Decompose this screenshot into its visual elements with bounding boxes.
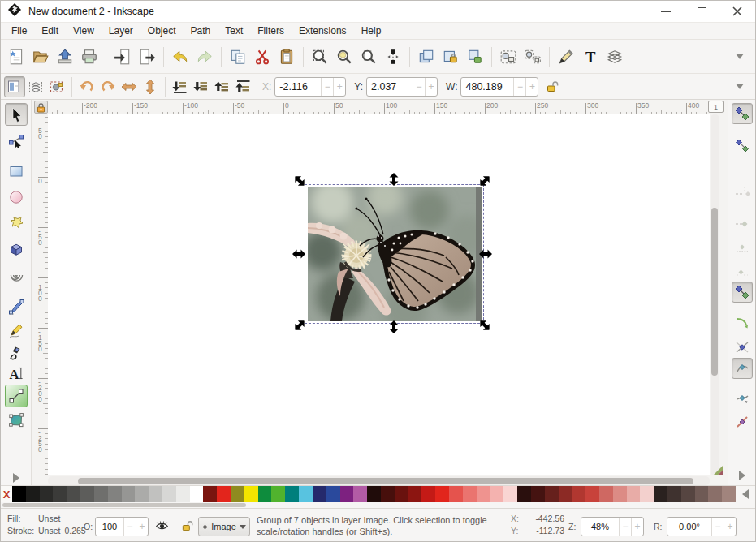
palette-swatch[interactable] bbox=[299, 486, 313, 502]
palette-swatch[interactable] bbox=[26, 486, 40, 502]
palette-swatch[interactable] bbox=[435, 486, 449, 502]
w-increment[interactable]: + bbox=[525, 78, 538, 96]
toolbox-more-icon[interactable] bbox=[5, 467, 28, 489]
snap-smooth-nodes-icon[interactable] bbox=[732, 387, 753, 408]
palette-swatch[interactable] bbox=[517, 486, 531, 502]
palette-swatch[interactable] bbox=[627, 486, 641, 502]
palette-swatch[interactable] bbox=[545, 486, 559, 502]
zoom-actual-size-icon[interactable] bbox=[381, 45, 405, 69]
palette-swatch[interactable] bbox=[258, 486, 272, 502]
layer-selector[interactable]: Image bbox=[198, 517, 250, 536]
close-button[interactable] bbox=[719, 1, 755, 23]
palette-swatch[interactable] bbox=[695, 486, 709, 502]
palette-swatch[interactable] bbox=[421, 486, 435, 502]
y-increment[interactable]: + bbox=[425, 78, 437, 96]
import-icon[interactable] bbox=[110, 45, 135, 69]
palette-swatch[interactable] bbox=[477, 486, 490, 502]
commandbar-overflow-icon[interactable] bbox=[736, 54, 744, 59]
palette-swatch[interactable] bbox=[176, 486, 190, 502]
w-decrement[interactable]: − bbox=[513, 78, 525, 96]
document-new-icon[interactable] bbox=[4, 45, 28, 69]
rectangle-tool[interactable] bbox=[5, 160, 28, 183]
palette-swatch[interactable] bbox=[67, 486, 80, 502]
layers-dialog-icon[interactable] bbox=[603, 45, 627, 69]
zoom-page-icon[interactable] bbox=[356, 45, 381, 69]
snap-bbox-corners-icon[interactable] bbox=[732, 212, 753, 233]
palette-scrollbar-thumb[interactable] bbox=[2, 503, 246, 507]
handle-bottom-center[interactable] bbox=[388, 320, 400, 333]
palette-swatch[interactable] bbox=[367, 486, 381, 502]
snap-bbox-edges-icon[interactable] bbox=[732, 181, 753, 202]
menu-file[interactable]: File bbox=[4, 24, 34, 38]
palette-swatch[interactable] bbox=[503, 486, 517, 502]
snap-line-midpoints-icon[interactable] bbox=[732, 411, 753, 432]
palette-swatch[interactable] bbox=[572, 486, 585, 502]
document-save-icon[interactable] bbox=[53, 45, 77, 69]
paste-icon[interactable] bbox=[274, 45, 299, 69]
snap-cusp-nodes-icon[interactable] bbox=[732, 358, 753, 379]
palette-swatch[interactable] bbox=[231, 486, 244, 502]
palette-swatch[interactable] bbox=[203, 486, 217, 502]
palette-swatch[interactable] bbox=[667, 486, 681, 502]
palette-swatch[interactable] bbox=[313, 486, 326, 502]
flip-horizontal-icon[interactable] bbox=[119, 76, 140, 97]
vertical-scrollbar-thumb[interactable] bbox=[711, 208, 718, 376]
undo-icon[interactable] bbox=[168, 45, 192, 69]
spiral-tool[interactable] bbox=[5, 264, 28, 286]
snap-nodes-icon[interactable] bbox=[732, 282, 753, 303]
raise-one-icon[interactable] bbox=[212, 76, 233, 97]
snapbar-more-icon[interactable] bbox=[732, 465, 753, 486]
zoom-decrement[interactable]: − bbox=[619, 518, 631, 536]
w-field[interactable]: 480.189−+ bbox=[460, 77, 538, 97]
maximize-button[interactable] bbox=[684, 1, 719, 23]
palette-swatch[interactable] bbox=[94, 486, 108, 502]
lower-to-bottom-icon[interactable] bbox=[170, 76, 191, 97]
layer-visibility-icon[interactable] bbox=[155, 519, 169, 535]
ellipse-tool[interactable] bbox=[5, 186, 28, 209]
opacity-increment[interactable]: + bbox=[136, 518, 148, 536]
palette-swatch[interactable] bbox=[408, 486, 422, 502]
palette-swatch[interactable] bbox=[722, 486, 736, 502]
text-tool[interactable]: A bbox=[5, 362, 28, 385]
snap-bbox-edge-midpoints-icon[interactable] bbox=[732, 238, 753, 259]
palette-swatch[interactable] bbox=[108, 486, 122, 502]
horizontal-scrollbar[interactable] bbox=[48, 476, 710, 485]
rotation-decrement[interactable]: − bbox=[711, 518, 724, 536]
color-managed-view-icon[interactable] bbox=[713, 464, 724, 479]
fill-stroke-indicator[interactable]: Fill: Unset Stroke: Unset 0.265 bbox=[7, 514, 86, 536]
palette-swatch[interactable] bbox=[613, 486, 627, 502]
palette-swatch[interactable] bbox=[353, 486, 367, 502]
palette-swatch[interactable] bbox=[449, 486, 463, 502]
zoom-increment[interactable]: + bbox=[631, 518, 643, 536]
document-open-icon[interactable] bbox=[28, 45, 53, 69]
palette-swatch[interactable] bbox=[640, 486, 654, 502]
create-clone-icon[interactable] bbox=[438, 45, 463, 69]
y-decrement[interactable]: − bbox=[413, 78, 425, 96]
raise-to-top-icon[interactable] bbox=[233, 76, 254, 97]
palette-swatch[interactable] bbox=[531, 486, 545, 502]
bezier-pen-tool[interactable] bbox=[5, 295, 28, 318]
rotation-increment[interactable]: + bbox=[724, 518, 736, 536]
horizontal-ruler[interactable]: -200-150-100-50050100150200250300350400 bbox=[48, 101, 710, 114]
zoom-field[interactable]: 48%−+ bbox=[581, 517, 644, 536]
snap-bbox-centers-icon[interactable] bbox=[732, 262, 753, 283]
snap-bounding-box-icon[interactable] bbox=[732, 135, 753, 156]
palette-swatch[interactable] bbox=[585, 486, 599, 502]
print-icon[interactable] bbox=[77, 45, 102, 69]
star-tool[interactable] bbox=[5, 212, 28, 234]
menu-view[interactable]: View bbox=[66, 24, 102, 38]
unlink-clone-icon[interactable] bbox=[463, 45, 487, 69]
x-increment[interactable]: + bbox=[333, 78, 345, 96]
palette-swatch[interactable] bbox=[285, 486, 299, 502]
palette-scroll-left[interactable] bbox=[736, 486, 755, 502]
handle-middle-right[interactable] bbox=[479, 248, 492, 260]
copy-icon[interactable] bbox=[226, 45, 250, 69]
palette-swatch[interactable] bbox=[381, 486, 395, 502]
snap-toggle-icon[interactable] bbox=[732, 103, 753, 124]
opacity-field[interactable]: 100−+ bbox=[95, 517, 149, 536]
x-decrement[interactable]: − bbox=[321, 78, 333, 96]
lower-one-icon[interactable] bbox=[191, 76, 212, 97]
palette-swatch[interactable] bbox=[599, 486, 613, 502]
zoom-selection-icon[interactable] bbox=[308, 45, 332, 69]
rotate-cw-icon[interactable] bbox=[97, 76, 119, 97]
